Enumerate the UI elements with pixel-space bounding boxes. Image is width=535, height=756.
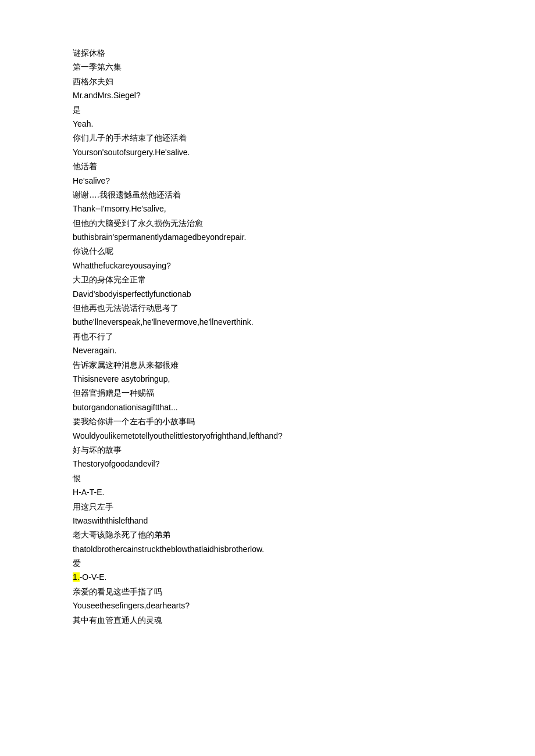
line-26: butorgandonationisagiftthat...	[73, 401, 462, 414]
line-29: 好与坏的故事	[73, 443, 462, 456]
line-5: 是	[73, 103, 462, 116]
line-36: thatoldbrothercainstrucktheblowthatlaidh…	[73, 543, 462, 556]
line-38-pre: 1.-O-V-E.	[73, 571, 462, 583]
highlighted-number: 1.	[73, 572, 80, 582]
line-20: buthe'llneverspeak,he'llnevermove,he'lln…	[73, 316, 462, 328]
line-6: Yeah.	[73, 117, 462, 130]
line-27: 要我给你讲一个左右手的小故事吗	[73, 415, 462, 428]
line-31: 恨	[73, 472, 462, 485]
line-34: Itwaswiththislefthand	[73, 514, 462, 527]
line-21: 再也不行了	[73, 330, 462, 343]
line-32: H-A-T-E.	[73, 486, 462, 499]
line-15: 你说什么呢	[73, 245, 462, 257]
line-23: 告诉家属这种消息从来都很难	[73, 359, 462, 371]
line-1: 谜探休格	[73, 46, 462, 59]
line-8: Yourson'soutofsurgery.He'salive.	[73, 146, 462, 159]
line-10: He'salive?	[73, 174, 462, 187]
line-25: 但器官捐赠是一种赐福	[73, 386, 462, 399]
line-7: 你们儿子的手术结束了他还活着	[73, 131, 462, 144]
line-17: 大卫的身体完全正常	[73, 273, 462, 286]
subtitle-content: 谜探休格第一季第六集西格尔夫妇Mr.andMrs.Siegel?是Yeah.你们…	[73, 46, 462, 628]
line-11: 谢谢….我很遗憾虽然他还活着	[73, 188, 462, 201]
line-33: 用这只左手	[73, 500, 462, 513]
line-18: David'sbodyisperfectlyfunctionab	[73, 288, 462, 300]
line-24: Thisisnevere asytobringup,	[73, 372, 462, 385]
line-14: buthisbrain'spermanentlydamagedbeyondrep…	[73, 231, 462, 243]
line-37: 爱	[73, 557, 462, 569]
line-28: Wouldyoulikemetotellyouthelittlestoryofr…	[73, 429, 462, 442]
line-16: Whatthefuckareyousaying?	[73, 259, 462, 272]
line-41: 其中有血管直通人的灵魂	[73, 614, 462, 626]
line-9: 他活着	[73, 160, 462, 173]
line-2: 第一季第六集	[73, 60, 462, 73]
line-22: Neveragain.	[73, 344, 462, 357]
line-40: Youseethesefingers,dearhearts?	[73, 599, 462, 612]
line-12: Thank--I'msorry.He'salive,	[73, 202, 462, 215]
line-30: Thestoryofgoodandevil?	[73, 457, 462, 470]
line-39: 亲爱的看见这些手指了吗	[73, 585, 462, 598]
line-13: 但他的大脑受到了永久损伤无法治愈	[73, 217, 462, 230]
line-35: 老大哥该隐杀死了他的弟弟	[73, 528, 462, 541]
line-3: 西格尔夫妇	[73, 75, 462, 88]
line-4: Mr.andMrs.Siegel?	[73, 89, 462, 102]
line-19: 但他再也无法说话行动思考了	[73, 302, 462, 314]
